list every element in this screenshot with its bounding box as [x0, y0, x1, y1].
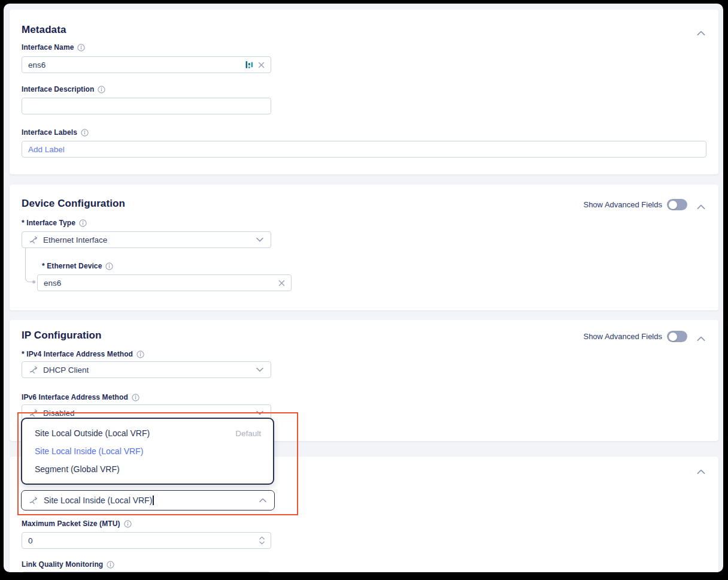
nested-field-connector: [25, 248, 34, 282]
vrf-option-segment-global[interactable]: Segment (Global VRF): [22, 460, 273, 478]
info-icon[interactable]: [77, 44, 85, 52]
interface-labels-label-row: Interface Labels: [22, 128, 89, 137]
add-label-input[interactable]: [28, 145, 700, 154]
link-quality-field[interactable]: [22, 572, 271, 572]
default-badge: Default: [235, 429, 261, 438]
info-icon[interactable]: [81, 129, 89, 137]
chevron-down-icon: [256, 237, 263, 242]
ethernet-device-field[interactable]: [37, 274, 292, 291]
section-title-ip-configuration: IP Configuration: [22, 330, 102, 342]
ipv4-method-label: * IPv4 Interface Address Method: [22, 350, 133, 358]
show-advanced-fields-toggle[interactable]: [667, 331, 687, 342]
chevron-up-icon: [259, 498, 266, 503]
link-quality-label-row: Link Quality Monitoring: [22, 560, 114, 569]
ipv4-method-value: DHCP Client: [43, 365, 251, 374]
show-advanced-fields-label: Show Advanced Fields: [583, 200, 662, 209]
metadata-section: Metadata Interface Name Interface Descri…: [10, 10, 718, 174]
chevron-down-icon: [256, 367, 263, 372]
info-icon[interactable]: [136, 351, 144, 358]
info-icon[interactable]: [132, 394, 139, 401]
type-fork-icon: [29, 235, 38, 244]
vrf-combobox[interactable]: Site Local Inside (Local VRF): [21, 490, 275, 510]
option-label: Site Local Inside (Local VRF): [35, 446, 261, 456]
ethernet-device-input[interactable]: [44, 279, 274, 288]
interface-name-label: Interface Name: [22, 43, 74, 52]
mtu-label: Maximum Packet Size (MTU): [22, 519, 120, 528]
ipv4-method-select[interactable]: DHCP Client: [22, 361, 271, 378]
type-fork-icon: [29, 496, 38, 505]
show-advanced-fields-toggle[interactable]: [667, 199, 687, 210]
vrf-option-site-local-outside[interactable]: Site Local Outside (Local VRF) Default: [22, 424, 273, 442]
vrf-combobox-value: Site Local Inside (Local VRF): [44, 496, 154, 505]
ethernet-device-label: * Ethernet Device: [42, 262, 102, 270]
clear-icon[interactable]: [258, 62, 265, 68]
info-icon[interactable]: [98, 86, 105, 93]
interface-name-input[interactable]: [28, 61, 241, 70]
chevron-down-icon: [256, 410, 263, 415]
info-icon[interactable]: [107, 561, 114, 569]
interface-description-field[interactable]: [22, 98, 271, 114]
ipv4-method-label-row: * IPv4 Interface Address Method: [22, 350, 144, 358]
interface-type-value: Ethernet Interface: [43, 235, 251, 244]
interface-labels-label: Interface Labels: [22, 128, 77, 137]
text-cursor: [153, 496, 154, 505]
mtu-label-row: Maximum Packet Size (MTU): [22, 519, 132, 528]
section-title-metadata: Metadata: [22, 24, 66, 36]
number-stepper[interactable]: [259, 536, 265, 545]
interface-type-label-row: * Interface Type: [22, 219, 87, 227]
ipv6-method-value: Disabled: [43, 409, 251, 418]
type-fork-icon: [29, 365, 38, 374]
device-configuration-section: Device Configuration Show Advanced Field…: [10, 185, 718, 310]
interface-description-label: Interface Description: [22, 85, 94, 93]
toggle-knob: [669, 201, 677, 209]
nested-field-connector-dot: [32, 280, 35, 283]
mtu-field[interactable]: [22, 532, 271, 549]
section-title-device-configuration: Device Configuration: [22, 198, 125, 210]
interface-description-label-row: Interface Description: [22, 85, 105, 93]
vrf-option-site-local-inside[interactable]: Site Local Inside (Local VRF): [22, 442, 273, 460]
show-advanced-fields-label: Show Advanced Fields: [583, 332, 662, 341]
interface-type-label: * Interface Type: [22, 219, 75, 227]
collapse-network-section-icon[interactable]: [697, 466, 706, 476]
collapse-ip-configuration-icon[interactable]: [697, 333, 706, 343]
interface-type-select[interactable]: Ethernet Interface: [22, 231, 271, 248]
type-fork-icon: [29, 409, 38, 417]
interface-labels-field[interactable]: [22, 141, 706, 158]
info-icon[interactable]: [124, 520, 132, 528]
mtu-input[interactable]: [28, 536, 254, 545]
show-advanced-fields-row: Show Advanced Fields: [583, 331, 687, 342]
interface-description-input[interactable]: [28, 102, 265, 111]
interface-name-label-row: Interface Name: [22, 43, 85, 52]
form-page: Metadata Interface Name Interface Descri…: [4, 4, 723, 572]
collapse-device-configuration-icon[interactable]: [697, 201, 706, 211]
info-icon[interactable]: [79, 219, 87, 227]
collapse-metadata-icon[interactable]: [697, 28, 706, 37]
info-icon[interactable]: [105, 262, 113, 270]
option-label: Segment (Global VRF): [35, 464, 261, 474]
interface-name-field[interactable]: [22, 56, 271, 73]
ipv6-method-label: IPv6 Interface Address Method: [22, 393, 128, 401]
show-advanced-fields-row: Show Advanced Fields: [583, 199, 687, 210]
clear-icon[interactable]: [278, 280, 285, 286]
value-match-bars-icon: [245, 61, 253, 69]
ethernet-device-label-row: * Ethernet Device: [42, 262, 113, 270]
link-quality-label: Link Quality Monitoring: [22, 560, 103, 569]
toggle-knob: [669, 333, 677, 341]
option-label: Site Local Outside (Local VRF): [35, 428, 235, 438]
ipv6-method-label-row: IPv6 Interface Address Method: [22, 393, 139, 401]
vrf-dropdown-panel: Site Local Outside (Local VRF) Default S…: [21, 418, 274, 485]
